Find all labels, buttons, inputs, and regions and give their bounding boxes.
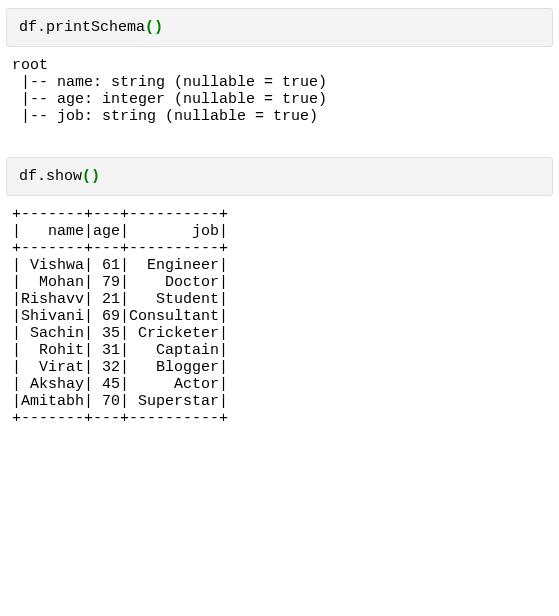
output-printschema: root |-- name: string (nullable = true) … bbox=[12, 57, 553, 125]
code-cell-show[interactable]: df.show() bbox=[6, 157, 553, 196]
code-cell-printschema[interactable]: df.printSchema() bbox=[6, 8, 553, 47]
code-text: df.show bbox=[19, 168, 82, 185]
code-paren: () bbox=[82, 168, 100, 185]
code-text: df.printSchema bbox=[19, 19, 145, 36]
output-show: +-------+---+----------+ | name|age| job… bbox=[12, 206, 553, 427]
code-line: df.show() bbox=[19, 168, 100, 185]
notebook-section: df.printSchema() root |-- name: string (… bbox=[0, 0, 559, 461]
code-line: df.printSchema() bbox=[19, 19, 163, 36]
code-paren: () bbox=[145, 19, 163, 36]
